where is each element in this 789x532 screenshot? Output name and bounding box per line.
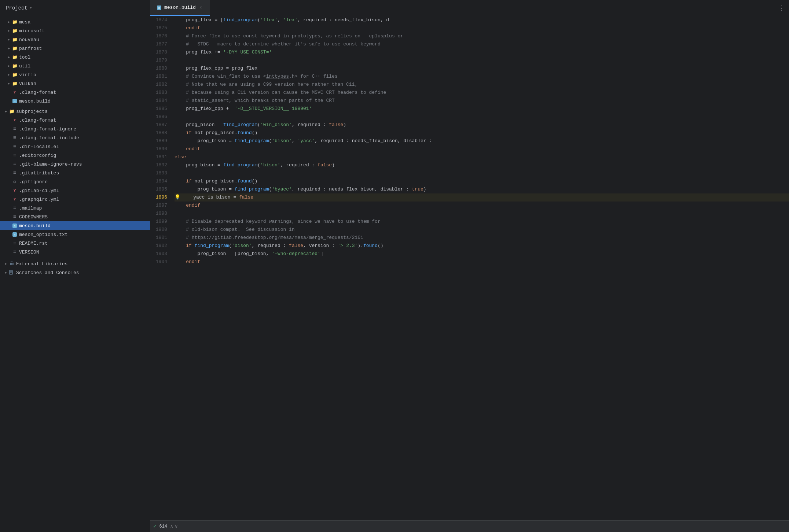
folder-icon: 📁 [12, 72, 18, 78]
folder-icon: 📁 [9, 108, 15, 114]
sidebar-item-external-libraries[interactable]: ▶ 🏛 External Libraries [0, 259, 150, 268]
sidebar-item-label: .editorconfig [19, 153, 56, 158]
arrow-spacer: ▶ [6, 98, 12, 104]
tab-meson-build[interactable]: m meson.build × [150, 0, 210, 16]
file-icon-circle: ⊘ [12, 179, 18, 185]
svg-text:m: m [14, 100, 15, 103]
find-prev-button[interactable]: ∧ [170, 523, 173, 529]
sidebar-item-clang-format-1[interactable]: ▶ Y .clang-format [0, 88, 150, 97]
sidebar-item-label: meson.build [19, 223, 51, 229]
code-line-1884: # static_assert, which breaks other part… [175, 97, 789, 105]
file-icon-text: ≡ [12, 161, 18, 167]
folder-icon: 📁 [12, 37, 18, 43]
arrow-spacer: ▶ [6, 214, 12, 220]
file-icon-red: Y [12, 117, 18, 123]
file-icon-red: Y [12, 89, 18, 95]
sidebar-item-label: nouveau [19, 37, 39, 43]
file-icon-text: ≡ [12, 144, 18, 149]
sidebar-item-nouveau[interactable]: ▶ 📁 nouveau [0, 35, 150, 44]
folder-icon: 📁 [12, 45, 18, 51]
sidebar-item-label: .dir-locals.el [19, 144, 59, 149]
arrow-icon: ▶ [6, 45, 12, 51]
sidebar-item-dir-locals[interactable]: ▶ ≡ .dir-locals.el [0, 142, 150, 151]
sidebar-item-meson-options[interactable]: ▶ m meson_options.txt [0, 230, 150, 239]
code-line-1893 [175, 169, 789, 177]
sidebar-item-gitignore[interactable]: ▶ ⊘ .gitignore [0, 177, 150, 186]
file-icon-blue: m [12, 223, 18, 229]
editor-content[interactable]: 1874 1875 1876 1877 1878 1879 1880 1881 … [150, 16, 789, 520]
sidebar-item-clang-format-include[interactable]: ▶ ≡ .clang-format-include [0, 133, 150, 142]
sidebar-item-label: vulkan [19, 81, 36, 86]
code-line-1875: endif [175, 24, 789, 32]
sidebar-item-mailmap[interactable]: ▶ ≡ .mailmap [0, 204, 150, 213]
sidebar-item-label: .graphqlrc.yml [19, 197, 59, 202]
arrow-spacer: ▶ [6, 179, 12, 185]
sidebar-item-label: mesa [19, 19, 30, 25]
sidebar-item-codeowners[interactable]: ▶ ≡ CODEOWNERS [0, 213, 150, 221]
sidebar-item-meson-build-sub[interactable]: ▶ m meson.build [0, 97, 150, 106]
sidebar-item-label: .git-blame-ignore-revs [19, 162, 82, 167]
tab-close-button[interactable]: × [198, 5, 204, 11]
file-icon-text: ≡ [12, 240, 18, 246]
file-icon-text: ≡ [12, 135, 18, 141]
sidebar-item-label: .clang-format [19, 118, 56, 123]
find-navigation: ∧ ∨ [170, 523, 178, 529]
sidebar-item-graphqlrc[interactable]: ▶ Y .graphqlrc.yml [0, 195, 150, 204]
sidebar-item-virtio[interactable]: ▶ 📁 virtio [0, 70, 150, 79]
arrow-icon: ▶ [6, 37, 12, 43]
sidebar-item-label: .gitattributes [19, 170, 59, 176]
code-line-1889: prog_bison = find_program('bison', 'yacc… [175, 137, 789, 145]
arrow-spacer: ▶ [6, 170, 12, 176]
arrow-spacer: ▶ [6, 135, 12, 141]
sidebar-item-microsoft[interactable]: ▶ 📁 microsoft [0, 26, 150, 35]
sidebar-item-git-blame[interactable]: ▶ ≡ .git-blame-ignore-revs [0, 160, 150, 169]
code-line-1890: endif [175, 145, 789, 153]
sidebar-item-panfrost[interactable]: ▶ 📁 panfrost [0, 44, 150, 53]
sidebar-item-gitlab-ci[interactable]: ▶ Y .gitlab-ci.yml [0, 186, 150, 195]
file-icon-text: ≡ [12, 205, 18, 211]
arrow-spacer: ▶ [6, 240, 12, 246]
tab-more-button[interactable]: ⋮ [774, 0, 789, 16]
find-count: 614 [159, 524, 167, 529]
sidebar-item-tool[interactable]: ▶ 📁 tool [0, 53, 150, 62]
sidebar-item-editorconfig[interactable]: ▶ ≡ .editorconfig [0, 151, 150, 160]
svg-text:m: m [14, 233, 15, 236]
code-line-1896: 💡 yacc_is_bison = false [175, 193, 789, 202]
sidebar-item-label: CODEOWNERS [19, 214, 48, 220]
sidebar-item-clang-format-ignore[interactable]: ▶ ≡ .clang-format-ignore [0, 125, 150, 133]
editor-area: 1874 1875 1876 1877 1878 1879 1880 1881 … [150, 16, 789, 532]
sidebar-item-label: virtio [19, 72, 36, 78]
sidebar-item-vulkan[interactable]: ▶ 📁 vulkan [0, 79, 150, 88]
arrow-spacer: ▶ [6, 152, 12, 158]
arrow-icon: ▶ [3, 108, 9, 114]
code-line-1887: prog_bison = find_program('win_bison', r… [175, 121, 789, 129]
code-line-1902: if find_program('bison', required : fals… [175, 242, 789, 250]
sidebar-item-label: subprojects [16, 109, 48, 114]
arrow-icon: ▶ [6, 54, 12, 60]
sidebar-item-mesa[interactable]: ▶ 📁 mesa [0, 18, 150, 26]
code-line-1883: # because using a C11 version can cause … [175, 89, 789, 97]
code-line-1891: else [175, 153, 789, 161]
sidebar-item-readme[interactable]: ▶ ≡ README.rst [0, 239, 150, 248]
project-button[interactable]: Project ▾ [0, 0, 150, 16]
arrow-spacer: ▶ [6, 161, 12, 167]
sidebar: ▶ 📁 mesa ▶ 📁 microsoft ▶ 📁 nouveau ▶ 📁 p… [0, 16, 150, 532]
sidebar-item-version[interactable]: ▶ ≡ VERSION [0, 248, 150, 256]
sidebar-item-util[interactable]: ▶ 📁 util [0, 62, 150, 70]
sidebar-item-clang-format-root[interactable]: ▶ Y .clang-format [0, 116, 150, 125]
main-content: ▶ 📁 mesa ▶ 📁 microsoft ▶ 📁 nouveau ▶ 📁 p… [0, 16, 789, 532]
code-line-1895: prog_bison = find_program('byacc', requi… [175, 185, 789, 193]
sidebar-item-subprojects[interactable]: ▶ 📁 subprojects [0, 107, 150, 116]
code-line-1874: prog_flex = [find_program('flex', 'lex',… [175, 16, 789, 24]
project-label: Project [6, 5, 27, 11]
tabs-area: m meson.build × ⋮ [150, 0, 789, 16]
code-line-1882: # Note that we are using a C99 version h… [175, 81, 789, 89]
sidebar-item-label: .mailmap [19, 206, 42, 211]
sidebar-item-scratches[interactable]: ▶ Scratches and Consoles [0, 268, 150, 277]
find-next-button[interactable]: ∨ [175, 523, 177, 529]
code-line-1903: prog_bison = [prog_bison, '-Wno-deprecat… [175, 250, 789, 258]
sidebar-item-meson-build-selected[interactable]: ▶ m meson.build [0, 221, 150, 230]
sidebar-item-gitattributes[interactable]: ▶ ≡ .gitattributes [0, 169, 150, 177]
code-line-1878: prog_flex += '-DYY_USE_CONST=' [175, 48, 789, 56]
folder-icon: 📁 [12, 19, 18, 25]
